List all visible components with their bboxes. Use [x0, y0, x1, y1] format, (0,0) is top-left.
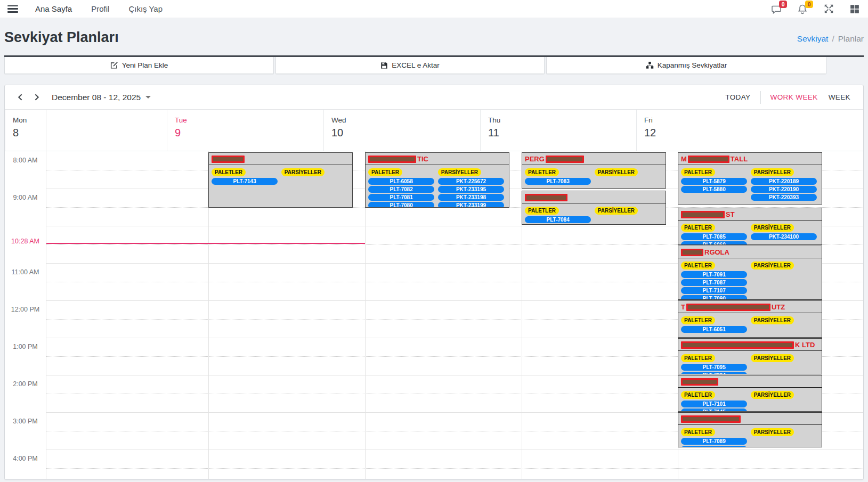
event-card[interactable]: PALETLERPLT-7089PLT-7138PARSİYELLER	[678, 412, 822, 447]
time-label: 8:00 AM	[5, 151, 46, 170]
pallet-pill[interactable]: PLT-7091	[681, 271, 747, 278]
next-week-button[interactable]	[28, 89, 44, 105]
parcels-label: PARSİYELLER	[751, 224, 794, 232]
navbar-right-icons: 0 0	[770, 3, 861, 15]
redacted-text	[212, 156, 245, 163]
event-title-text: PERG	[525, 155, 545, 163]
event-card[interactable]: PALETLERPLT-7143PARSİYELLER	[208, 152, 353, 208]
pallet-pill[interactable]: PLT-7084	[525, 216, 591, 223]
notifications-icon[interactable]: 0	[797, 3, 808, 15]
parcel-pill[interactable]: PKT-233195	[438, 186, 504, 193]
event-card[interactable]: TICPALETLERPLT-6058PLT-7082PLT-7081PLT-7…	[365, 152, 509, 208]
pallet-pill[interactable]: PLT-6060	[681, 241, 747, 245]
pallet-pill[interactable]: PLT-5880	[681, 186, 747, 193]
view-today-button[interactable]: TODAY	[720, 90, 756, 104]
pallet-pill[interactable]: PLT-7138	[681, 446, 747, 447]
pallet-pill[interactable]: PLT-5879	[681, 178, 747, 185]
view-work-week-button[interactable]: WORK WEEK	[765, 90, 823, 104]
event-title-divider	[522, 165, 666, 165]
day-number: 8	[13, 127, 167, 139]
event-card[interactable]: K LTDPALETLERPLT-7095PLT-7094PARSİYELLER	[678, 338, 822, 374]
day-header-row: Mon8Tue9Wed10Thu11Fri12	[5, 109, 863, 151]
day-header-fri[interactable]: Fri12	[636, 110, 822, 151]
nav-item-logout[interactable]: Çıkış Yap	[128, 4, 163, 13]
pallet-pill[interactable]: PLT-7083	[525, 178, 591, 185]
nav-item-profile[interactable]: Profil	[91, 4, 109, 13]
pallet-pill[interactable]: PLT-7080	[368, 202, 434, 208]
pallet-pill[interactable]: PLT-6051	[681, 326, 747, 333]
pallet-pill[interactable]: PLT-7143	[212, 178, 278, 185]
parcels-label: PARSİYELLER	[751, 168, 794, 176]
breadcrumb-current: Planlar	[838, 34, 864, 43]
pallet-pill[interactable]: PLT-7090	[681, 295, 747, 300]
redacted-text	[681, 341, 794, 349]
closed-shipments-button[interactable]: Kapanmış Sevkiyatlar	[546, 57, 826, 74]
redacted-text	[686, 304, 770, 311]
event-columns: PALETLERPLT-5879PLT-5880PARSİYELLERPKT-2…	[681, 167, 819, 202]
export-excel-button[interactable]: EXCEL e Aktar	[275, 57, 545, 74]
parcel-pill[interactable]: PKT-220190	[751, 186, 817, 193]
parcel-pill[interactable]: PKT-234100	[751, 233, 817, 240]
event-column: PARSİYELLER	[751, 353, 819, 374]
chevron-down-icon	[145, 96, 151, 99]
day-header-mon[interactable]: Mon8	[5, 110, 167, 151]
event-card[interactable]: PERGPALETLERPLT-7083PARSİYELLER	[522, 152, 666, 189]
new-plan-button[interactable]: Yeni Plan Ekle	[4, 57, 274, 74]
pallet-pill[interactable]: PLT-7094	[681, 372, 747, 374]
event-card[interactable]: PALETLERPLT-7084PARSİYELLER	[522, 191, 666, 225]
event-title-text: K LTD	[795, 341, 815, 349]
parcel-pill[interactable]: PKT-233199	[438, 202, 504, 208]
event-title-divider	[678, 313, 822, 313]
prev-week-button[interactable]	[12, 89, 28, 105]
pallet-pill[interactable]: PLT-7101	[681, 401, 747, 407]
grid-area[interactable]: PALETLERPLT-7143PARSİYELLERTICPALETLERPL…	[46, 151, 863, 479]
pallet-pill[interactable]: PLT-7085	[681, 233, 747, 240]
pallet-pill[interactable]: PLT-7089	[681, 438, 747, 445]
pallet-pill[interactable]: PLT-7145	[681, 409, 747, 412]
day-header-tue[interactable]: Tue9	[167, 110, 323, 151]
action-button-row: Yeni Plan Ekle EXCEL e Aktar Kapanmış Se…	[4, 55, 864, 74]
fullscreen-icon[interactable]	[823, 3, 834, 15]
event-column: PARSİYELLER	[751, 260, 819, 300]
day-header-wed[interactable]: Wed10	[323, 110, 480, 151]
parcel-pill[interactable]: PKT-220393	[751, 194, 817, 201]
hamburger-menu-icon[interactable]	[7, 5, 18, 13]
pallets-label: PALETLER	[681, 354, 715, 362]
event-column: PALETLERPLT-7084	[525, 205, 593, 224]
scheduler-toolbar: December 08 - 12, 2025 TODAY WORK WEEK W…	[5, 85, 863, 109]
messages-icon[interactable]: 0	[770, 3, 782, 15]
event-column: PARSİYELLER	[595, 167, 663, 186]
parcel-pill[interactable]: PKT-225672	[438, 178, 504, 185]
date-range-selector[interactable]: December 08 - 12, 2025	[52, 93, 151, 102]
pallet-pill[interactable]: PLT-6058	[368, 178, 434, 185]
view-week-button[interactable]: WEEK	[823, 90, 856, 104]
pallet-pill[interactable]: PLT-7107	[681, 287, 747, 294]
time-label: 1:00 PM	[5, 338, 46, 356]
page-head: Sevkiyat Planları Sevkiyat/Planlar	[0, 18, 868, 55]
event-card[interactable]: PALETLERPLT-7101PLT-7145PARSİYELLER	[678, 375, 822, 412]
current-time-label: 10:28 AM	[5, 238, 46, 245]
event-card[interactable]: TUTZPALETLERPLT-6051PARSİYELLER	[678, 300, 822, 338]
top-navbar: Ana Sayfa Profil Çıkış Yap 0 0	[0, 0, 868, 18]
event-title-divider	[678, 350, 822, 351]
pallet-pill[interactable]: PLT-7082	[368, 186, 434, 193]
pallet-pill[interactable]: PLT-7087	[681, 279, 747, 286]
apps-grid-icon[interactable]	[849, 3, 861, 15]
event-title-divider	[678, 424, 822, 425]
parcel-pill[interactable]: PKT-220189	[751, 178, 817, 185]
breadcrumb-link-sevkiyat[interactable]: Sevkiyat	[797, 34, 829, 43]
event-card[interactable]: MTALLPALETLERPLT-5879PLT-5880PARSİYELLER…	[678, 152, 822, 205]
pallet-pill[interactable]: PLT-7081	[368, 194, 434, 201]
event-columns: PALETLERPLT-7101PLT-7145PARSİYELLER	[681, 389, 819, 412]
redacted-text	[525, 194, 567, 201]
day-name: Fri	[644, 116, 822, 124]
event-title: TIC	[368, 154, 506, 164]
pallet-pill[interactable]: PLT-7095	[681, 364, 747, 371]
day-header-thu[interactable]: Thu11	[480, 110, 636, 151]
event-card[interactable]: STPALETLERPLT-7085PLT-6060PARSİYELLERPKT…	[678, 208, 822, 245]
nav-item-home[interactable]: Ana Sayfa	[35, 4, 72, 13]
day-name: Tue	[175, 116, 323, 124]
event-card[interactable]: RGOLAPALETLERPLT-7091PLT-7087PLT-7107PLT…	[678, 246, 822, 300]
pallets-label: PALETLER	[525, 207, 559, 215]
parcel-pill[interactable]: PKT-233198	[438, 194, 504, 201]
